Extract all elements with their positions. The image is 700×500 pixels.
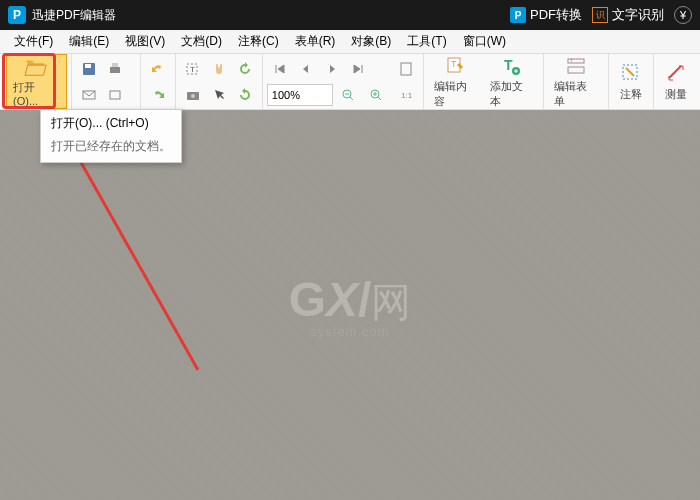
tooltip-title: 打开(O)... (Ctrl+O)	[41, 110, 181, 135]
print-icon	[107, 61, 123, 77]
zoom-in-icon	[369, 88, 383, 102]
ocr-label: 文字识别	[612, 6, 664, 24]
email-button[interactable]	[77, 83, 101, 107]
hand-button[interactable]	[207, 57, 231, 81]
text-select-button[interactable]: T	[181, 57, 205, 81]
pdf-convert-label: PDF转换	[530, 6, 582, 24]
pdf-convert-icon: P	[510, 7, 526, 23]
app-logo-icon: P	[8, 6, 26, 24]
zoom-out-button[interactable]	[336, 83, 360, 107]
edit-content-label: 编辑内容	[434, 79, 478, 109]
actual-size-button[interactable]: 1:1	[394, 83, 418, 107]
folder-open-icon	[24, 56, 48, 78]
rotate-cw-icon	[237, 87, 253, 103]
svg-text:1:1: 1:1	[401, 91, 413, 100]
actual-size-icon: 1:1	[398, 87, 414, 103]
open-button[interactable]: 打开(O)...	[6, 54, 67, 109]
open-tooltip: 打开(O)... (Ctrl+O) 打开已经存在的文档。	[40, 109, 182, 163]
redo-button[interactable]	[146, 83, 170, 107]
watermark-g: G	[289, 273, 326, 326]
hand-icon	[211, 61, 227, 77]
app-title: 迅捷PDF编辑器	[32, 7, 116, 24]
tooltip-desc: 打开已经存在的文档。	[41, 135, 181, 162]
purchase-button[interactable]: ¥	[674, 6, 692, 24]
menu-form[interactable]: 表单(R)	[289, 31, 342, 52]
snapshot-icon	[185, 87, 201, 103]
text-select-icon: T	[185, 61, 201, 77]
toolbar: 打开(O)... T	[0, 54, 700, 110]
edit-form-label: 编辑表单	[554, 79, 598, 109]
save-icon	[81, 61, 97, 77]
undo-icon	[150, 61, 166, 77]
snapshot-button[interactable]	[181, 83, 205, 107]
cny-label: ¥	[680, 9, 686, 21]
svg-text:T: T	[190, 65, 195, 74]
svg-point-9	[191, 94, 195, 98]
prev-page-icon	[299, 62, 313, 76]
menubar: 文件(F) 编辑(E) 视图(V) 文档(D) 注释(C) 表单(R) 对象(B…	[0, 30, 700, 54]
menu-document[interactable]: 文档(D)	[175, 31, 228, 52]
add-text-button[interactable]: T 添加文本	[484, 54, 540, 109]
svg-text:T: T	[451, 59, 457, 69]
svg-text:T: T	[570, 58, 573, 64]
fit-page-icon	[398, 61, 414, 77]
select-icon	[211, 87, 227, 103]
last-page-icon	[351, 62, 365, 76]
menu-tools[interactable]: 工具(T)	[401, 31, 452, 52]
svg-rect-3	[110, 67, 120, 73]
open-label: 打开(O)...	[13, 80, 60, 107]
fit-page-button[interactable]	[394, 57, 418, 81]
ocr-button[interactable]: 识 文字识别	[592, 6, 664, 24]
zoom-in-button[interactable]	[364, 83, 388, 107]
menu-file[interactable]: 文件(F)	[8, 31, 59, 52]
add-text-icon: T	[499, 55, 523, 77]
menu-object[interactable]: 对象(B)	[345, 31, 397, 52]
ocr-icon: 识	[592, 7, 608, 23]
pdf-convert-button[interactable]: P PDF转换	[510, 6, 582, 24]
measure-button[interactable]: 测量	[658, 54, 694, 109]
measure-label: 测量	[665, 87, 687, 102]
svg-rect-12	[401, 63, 411, 75]
first-page-button[interactable]	[268, 57, 292, 81]
redo-icon	[150, 87, 166, 103]
svg-rect-20	[568, 67, 584, 73]
email-icon	[81, 87, 97, 103]
document-canvas[interactable]: GX/网 system.com	[0, 110, 700, 500]
annotate-button[interactable]: 注释	[613, 54, 649, 109]
scan-icon	[107, 87, 123, 103]
zoom-input[interactable]	[267, 84, 333, 106]
watermark-slash: /	[358, 273, 371, 326]
edit-form-button[interactable]: T 编辑表单	[548, 54, 604, 109]
last-page-button[interactable]	[346, 57, 370, 81]
menu-window[interactable]: 窗口(W)	[457, 31, 512, 52]
menu-comment[interactable]: 注释(C)	[232, 31, 285, 52]
annotate-icon	[619, 61, 643, 85]
next-page-button[interactable]	[320, 57, 344, 81]
select-button[interactable]	[207, 83, 231, 107]
undo-button[interactable]	[146, 57, 170, 81]
svg-rect-5	[110, 91, 120, 99]
edit-content-icon: T	[444, 55, 468, 77]
watermark-x: X	[326, 273, 358, 326]
prev-page-button[interactable]	[294, 57, 318, 81]
svg-text:T: T	[504, 57, 513, 73]
svg-rect-4	[112, 63, 118, 67]
add-text-label: 添加文本	[490, 79, 534, 109]
edit-content-button[interactable]: T 编辑内容	[428, 54, 484, 109]
next-page-icon	[325, 62, 339, 76]
rotate-ccw-icon	[237, 61, 253, 77]
rotate-cw-button[interactable]	[233, 83, 257, 107]
save-button[interactable]	[77, 57, 101, 81]
measure-icon	[664, 61, 688, 85]
print-button[interactable]	[103, 57, 127, 81]
annotate-label: 注释	[620, 87, 642, 102]
watermark: GX/网 system.com	[289, 272, 412, 339]
menu-edit[interactable]: 编辑(E)	[63, 31, 115, 52]
svg-rect-1	[85, 64, 91, 68]
zoom-out-icon	[341, 88, 355, 102]
menu-view[interactable]: 视图(V)	[119, 31, 171, 52]
rotate-ccw-button[interactable]	[233, 57, 257, 81]
scan-button[interactable]	[103, 83, 127, 107]
titlebar: P 迅捷PDF编辑器 P PDF转换 识 文字识别 ¥	[0, 0, 700, 30]
first-page-icon	[273, 62, 287, 76]
